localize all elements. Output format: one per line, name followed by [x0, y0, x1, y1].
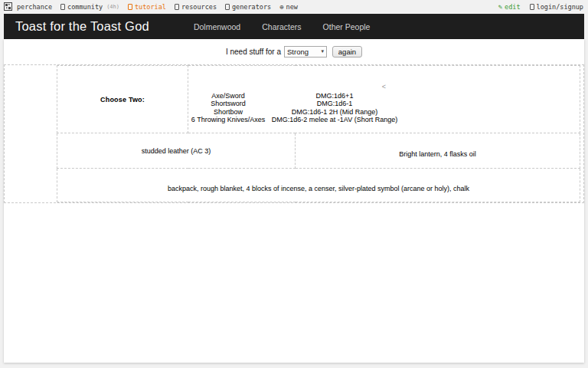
- topbar-label-community: community: [67, 3, 103, 11]
- gear-cell: backpack, rough blanket, 4 blocks of inc…: [57, 169, 580, 202]
- light-sources-cell: Bright lantern, 4 flasks oil: [296, 133, 580, 169]
- stray-character: <: [188, 83, 580, 90]
- nav-item-characters[interactable]: Characters: [262, 22, 301, 31]
- weapon-row: 6 Throwing Knives/Axes DMG:1d6-2 melee a…: [188, 116, 401, 124]
- nav-item-dolmenwood[interactable]: Dolmenwood: [194, 22, 240, 31]
- weapon-name: Axe/Sword: [188, 92, 268, 100]
- login-signup-link[interactable]: login/signup: [530, 3, 583, 11]
- pencil-icon: ✎: [498, 4, 502, 11]
- topbar-label-perchance: perchance: [17, 3, 52, 11]
- topbar-link-generators[interactable]: generators: [225, 3, 271, 11]
- weapon-name: Shortsword: [188, 100, 268, 108]
- armor-cell: studded leather (AC 3): [57, 133, 296, 169]
- weapons-table: Axe/Sword DMG:1d6+1 Shortsword DMG:1d6-1…: [188, 92, 401, 124]
- again-button[interactable]: again: [332, 46, 362, 58]
- topbar-label-generators: generators: [232, 3, 271, 11]
- controls-row: I need stuff for aStrong▾ again: [4, 39, 584, 64]
- topbar-link-perchance[interactable]: perchance: [4, 2, 52, 12]
- document-icon: [60, 4, 65, 10]
- topbar-link-resources[interactable]: resources: [175, 3, 217, 11]
- weapon-damage: DMG:1d6-1: [268, 100, 401, 108]
- header-nav: Dolmenwood Characters Other People: [172, 22, 371, 31]
- page-title: Toast for the Toast God: [15, 19, 149, 34]
- weapon-damage: DMG:1d6-2 melee at -1AV (Short Range): [268, 116, 401, 124]
- topbar-link-tutorial[interactable]: tutorial: [128, 3, 166, 11]
- perchance-topbar: perchance community (4h) tutorial resour…: [0, 0, 588, 14]
- strength-select-wrap: Strong▾: [284, 46, 327, 58]
- generator-header: Toast for the Toast God Dolmenwood Chara…: [4, 14, 584, 39]
- topbar-label-resources: resources: [181, 3, 217, 11]
- output-container: Choose Two: < Axe/Sword DMG:1d6+1 Shorts…: [4, 64, 584, 203]
- topbar-label-new: new: [286, 3, 298, 11]
- topbar-link-new[interactable]: ⊕ new: [279, 3, 298, 11]
- choose-two-label: Choose Two:: [57, 66, 188, 133]
- prompt-label: I need stuff for a: [226, 48, 281, 56]
- topbar-label-tutorial: tutorial: [135, 3, 166, 11]
- edit-link[interactable]: ✎ edit: [498, 3, 521, 11]
- weapon-row: Shortsword DMG:1d6-1: [188, 100, 401, 108]
- generator-panel: I need stuff for aStrong▾ again Choose T…: [4, 39, 584, 363]
- topbar-link-community[interactable]: community (4h): [60, 3, 119, 11]
- weapons-cell: < Axe/Sword DMG:1d6+1 Shortsword DMG:1d6…: [188, 66, 580, 133]
- nav-item-other-people[interactable]: Other People: [323, 22, 371, 31]
- document-icon: [128, 4, 132, 10]
- document-icon: [225, 4, 230, 10]
- login-signup-label: login/signup: [537, 3, 583, 11]
- weapon-row: Axe/Sword DMG:1d6+1: [188, 92, 401, 100]
- user-icon: [530, 4, 534, 10]
- generator-frame: Toast for the Toast God Dolmenwood Chara…: [4, 14, 584, 363]
- weapon-name: 6 Throwing Knives/Axes: [188, 116, 268, 124]
- edit-label: edit: [505, 3, 520, 11]
- weapon-name: Shortbow: [188, 108, 268, 117]
- perchance-logo-icon: [4, 2, 12, 12]
- document-icon: [175, 4, 179, 10]
- weapon-row: Shortbow DMG:1d6-1 2H (Mid Range): [188, 108, 401, 117]
- strength-select[interactable]: Strong: [284, 46, 327, 58]
- community-activity-badge: (4h): [106, 4, 119, 10]
- plus-circle-icon: ⊕: [279, 4, 283, 11]
- weapon-damage: DMG:1d6+1: [268, 92, 401, 100]
- loadout-table: Choose Two: < Axe/Sword DMG:1d6+1 Shorts…: [57, 65, 580, 202]
- weapon-damage: DMG:1d6-1 2H (Mid Range): [268, 108, 401, 117]
